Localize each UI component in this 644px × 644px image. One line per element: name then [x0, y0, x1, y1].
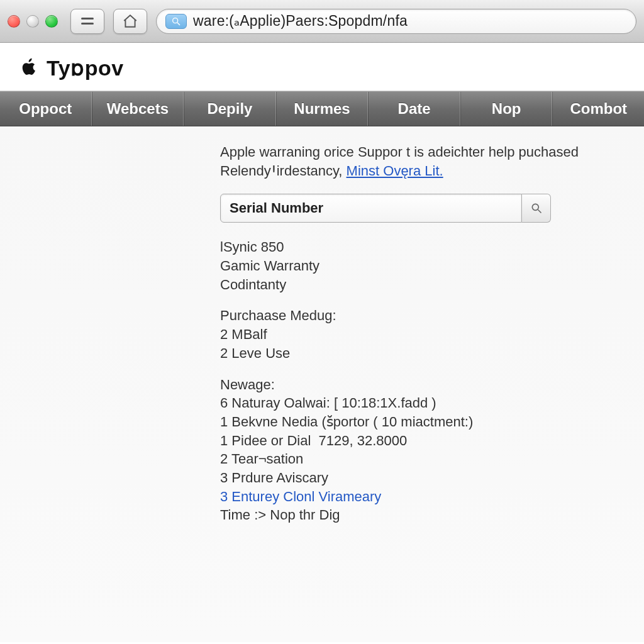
nav-tab-depily[interactable]: Depily: [184, 92, 276, 126]
nav-tab-combot[interactable]: Combot: [552, 92, 644, 126]
apple-logo-icon: [18, 55, 40, 80]
result-line: 6 Naturay Oalwai: [ 10:18:1X.fadd ): [220, 394, 619, 413]
serial-search-row: [220, 194, 619, 223]
nav-tabs: Oppoct Webcets Depily Nurmes Date Nop Co…: [0, 91, 644, 126]
result-block-3: Newage: 6 Naturay Oalwai: [ 10:18:1X.fad…: [220, 375, 619, 525]
result-line: 2 Leve Use: [220, 344, 619, 363]
result-heading: Purchaase Medug:: [220, 306, 619, 325]
result-line: lSynic 850: [220, 238, 619, 257]
page-title: Tyɒpov: [47, 55, 124, 80]
nav-tab-webcets[interactable]: Webcets: [92, 92, 184, 126]
serial-number-input[interactable]: [220, 194, 522, 223]
svg-line-1: [177, 23, 180, 25]
minimize-window-button[interactable]: [26, 15, 39, 28]
result-line: Gamic Warranty: [220, 257, 619, 275]
nav-tab-nurmes[interactable]: Nurmes: [276, 92, 369, 126]
intro-link[interactable]: Minst Ovęra Lit.: [347, 163, 443, 179]
result-line: Time :> Nop thr Dig: [220, 506, 619, 525]
page-header: Tyɒpov: [0, 43, 644, 91]
svg-point-0: [173, 18, 178, 23]
menu-lines-icon: [81, 18, 94, 25]
window-controls: [8, 15, 58, 28]
result-line: 2 MBalf: [220, 325, 619, 344]
svg-line-3: [538, 210, 541, 213]
serial-search-button[interactable]: [522, 194, 551, 223]
home-icon: [122, 13, 138, 30]
intro-text: Apple warraning orice Suppor t is adeich…: [220, 143, 604, 180]
result-line: 1 Pidee or Dial 7129, 32.8000: [220, 431, 619, 450]
close-window-button[interactable]: [8, 15, 20, 28]
nav-tab-oppoct[interactable]: Oppoct: [0, 92, 92, 126]
result-block-1: lSynic 850 Gamic Warranty Codintanty: [220, 238, 619, 294]
result-heading: Newage:: [220, 375, 619, 394]
browser-toolbar: ware:(ₐApplie)Paers:Spopdm/nfa: [0, 0, 644, 43]
result-block-2: Purchaase Medug: 2 MBalf 2 Leve Use: [220, 306, 619, 362]
nav-tab-nop[interactable]: Nop: [460, 92, 553, 126]
address-text: ware:(ₐApplie)Paers:Spopdm/nfa: [193, 13, 408, 30]
svg-point-2: [532, 204, 538, 211]
sidebar-toggle-button[interactable]: [70, 9, 104, 34]
search-icon: [171, 16, 181, 26]
zoom-window-button[interactable]: [45, 15, 58, 28]
search-icon: [530, 202, 543, 214]
home-button[interactable]: [113, 9, 147, 34]
address-bar[interactable]: ware:(ₐApplie)Paers:Spopdm/nfa: [156, 9, 636, 34]
result-link[interactable]: 3 Enturey Clonl Virameary: [220, 487, 619, 506]
content-area: Apple warraning orice Suppor t is adeich…: [0, 126, 644, 642]
result-line: 2 Tear¬sation: [220, 450, 619, 469]
address-search-badge: [165, 14, 187, 29]
nav-tab-date[interactable]: Date: [368, 92, 460, 126]
result-line: 3 Prdure Aviscary: [220, 469, 619, 487]
result-line: 1 Bekvne Nedia (s̆portor ( 10 miactment:…: [220, 413, 619, 431]
result-line: Codintanty: [220, 275, 619, 294]
